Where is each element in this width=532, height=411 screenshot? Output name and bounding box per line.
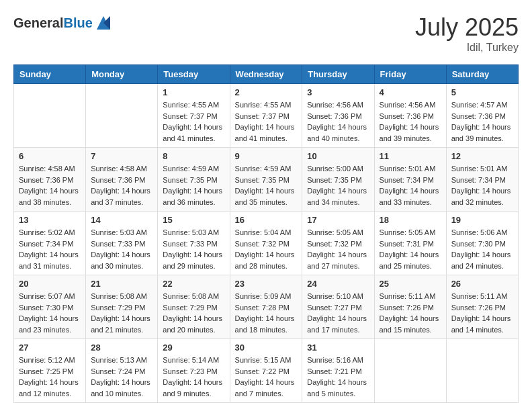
day-number: 11: [380, 151, 441, 161]
day-info: Sunrise: 4:55 AMSunset: 7:37 PMDaylight:…: [235, 99, 298, 144]
day-number: 4: [380, 87, 441, 97]
day-number: 29: [163, 342, 224, 353]
day-number: 17: [307, 215, 369, 225]
day-number: 18: [380, 215, 441, 225]
day-number: 20: [19, 279, 81, 289]
day-number: 24: [307, 279, 369, 289]
page-header: GeneralBlue July 2025 Idil, Turkey: [13, 13, 519, 54]
day-number: 30: [235, 342, 298, 353]
col-monday: Monday: [86, 65, 158, 84]
table-row: 23Sunrise: 5:09 AMSunset: 7:28 PMDayligh…: [230, 275, 302, 339]
table-row: 25Sunrise: 5:11 AMSunset: 7:26 PMDayligh…: [374, 275, 446, 339]
table-row: 26Sunrise: 5:11 AMSunset: 7:26 PMDayligh…: [446, 275, 518, 339]
col-tuesday: Tuesday: [158, 65, 230, 84]
table-row: 9Sunrise: 4:59 AMSunset: 7:35 PMDaylight…: [230, 148, 302, 212]
day-number: 15: [163, 215, 224, 225]
day-info: Sunrise: 5:13 AMSunset: 7:24 PMDaylight:…: [91, 355, 152, 399]
day-number: 1: [163, 87, 224, 97]
day-info: Sunrise: 5:16 AMSunset: 7:21 PMDaylight:…: [307, 355, 369, 399]
logo-general-text: GeneralBlue: [13, 15, 93, 31]
day-info: Sunrise: 4:58 AMSunset: 7:36 PMDaylight:…: [91, 163, 152, 208]
table-row: 19Sunrise: 5:06 AMSunset: 7:30 PMDayligh…: [446, 212, 518, 275]
table-row: 20Sunrise: 5:07 AMSunset: 7:30 PMDayligh…: [14, 275, 86, 339]
col-sunday: Sunday: [14, 65, 86, 84]
table-row: 12Sunrise: 5:01 AMSunset: 7:34 PMDayligh…: [446, 148, 518, 212]
day-number: 7: [91, 151, 152, 161]
day-number: 25: [380, 279, 441, 289]
day-info: Sunrise: 5:01 AMSunset: 7:34 PMDaylight:…: [380, 163, 441, 208]
day-info: Sunrise: 4:55 AMSunset: 7:37 PMDaylight:…: [163, 99, 224, 144]
day-number: 28: [91, 342, 152, 353]
day-info: Sunrise: 5:02 AMSunset: 7:34 PMDaylight:…: [19, 227, 81, 271]
title-block: July 2025 Idil, Turkey: [415, 13, 519, 54]
day-number: 22: [163, 279, 224, 289]
calendar-week-row: 20Sunrise: 5:07 AMSunset: 7:30 PMDayligh…: [14, 275, 519, 339]
calendar-week-row: 13Sunrise: 5:02 AMSunset: 7:34 PMDayligh…: [14, 212, 519, 275]
day-number: 26: [451, 279, 513, 289]
day-number: 23: [235, 279, 298, 289]
day-info: Sunrise: 5:10 AMSunset: 7:27 PMDaylight:…: [307, 291, 369, 335]
day-info: Sunrise: 4:56 AMSunset: 7:36 PMDaylight:…: [307, 99, 369, 144]
location-subtitle: Idil, Turkey: [415, 42, 519, 54]
logo: GeneralBlue: [13, 13, 113, 32]
table-row: 22Sunrise: 5:08 AMSunset: 7:29 PMDayligh…: [158, 275, 230, 339]
table-row: [86, 84, 158, 148]
table-row: 10Sunrise: 5:00 AMSunset: 7:35 PMDayligh…: [302, 148, 374, 212]
day-info: Sunrise: 5:05 AMSunset: 7:31 PMDaylight:…: [380, 227, 441, 271]
day-info: Sunrise: 4:58 AMSunset: 7:36 PMDaylight:…: [19, 163, 81, 208]
day-number: 12: [451, 151, 513, 161]
day-info: Sunrise: 5:03 AMSunset: 7:33 PMDaylight:…: [91, 227, 152, 271]
table-row: 21Sunrise: 5:08 AMSunset: 7:29 PMDayligh…: [86, 275, 158, 339]
table-row: 31Sunrise: 5:16 AMSunset: 7:21 PMDayligh…: [302, 339, 374, 403]
day-number: 6: [19, 151, 81, 161]
table-row: 28Sunrise: 5:13 AMSunset: 7:24 PMDayligh…: [86, 339, 158, 403]
day-info: Sunrise: 4:59 AMSunset: 7:35 PMDaylight:…: [163, 163, 224, 208]
calendar-week-row: 6Sunrise: 4:58 AMSunset: 7:36 PMDaylight…: [14, 148, 519, 212]
table-row: 11Sunrise: 5:01 AMSunset: 7:34 PMDayligh…: [374, 148, 446, 212]
day-info: Sunrise: 5:06 AMSunset: 7:30 PMDaylight:…: [451, 227, 513, 271]
table-row: 14Sunrise: 5:03 AMSunset: 7:33 PMDayligh…: [86, 212, 158, 275]
table-row: 18Sunrise: 5:05 AMSunset: 7:31 PMDayligh…: [374, 212, 446, 275]
col-thursday: Thursday: [302, 65, 374, 84]
col-saturday: Saturday: [446, 65, 518, 84]
day-number: 21: [91, 279, 152, 289]
day-info: Sunrise: 4:56 AMSunset: 7:36 PMDaylight:…: [380, 99, 441, 144]
table-row: 13Sunrise: 5:02 AMSunset: 7:34 PMDayligh…: [14, 212, 86, 275]
col-wednesday: Wednesday: [230, 65, 302, 84]
day-info: Sunrise: 4:57 AMSunset: 7:36 PMDaylight:…: [451, 99, 513, 144]
calendar-table: Sunday Monday Tuesday Wednesday Thursday…: [13, 64, 519, 403]
table-row: 5Sunrise: 4:57 AMSunset: 7:36 PMDaylight…: [446, 84, 518, 148]
calendar-header-row: Sunday Monday Tuesday Wednesday Thursday…: [14, 65, 519, 84]
table-row: 27Sunrise: 5:12 AMSunset: 7:25 PMDayligh…: [14, 339, 86, 403]
calendar-week-row: 27Sunrise: 5:12 AMSunset: 7:25 PMDayligh…: [14, 339, 519, 403]
day-info: Sunrise: 5:08 AMSunset: 7:29 PMDaylight:…: [163, 291, 224, 335]
day-info: Sunrise: 5:09 AMSunset: 7:28 PMDaylight:…: [235, 291, 298, 335]
day-number: 19: [451, 215, 513, 225]
table-row: 29Sunrise: 5:14 AMSunset: 7:23 PMDayligh…: [158, 339, 230, 403]
month-year-title: July 2025: [415, 13, 519, 42]
day-info: Sunrise: 5:12 AMSunset: 7:25 PMDaylight:…: [19, 355, 81, 399]
day-number: 13: [19, 215, 81, 225]
day-info: Sunrise: 4:59 AMSunset: 7:35 PMDaylight:…: [235, 163, 298, 208]
day-number: 2: [235, 87, 298, 97]
table-row: [374, 339, 446, 403]
table-row: 3Sunrise: 4:56 AMSunset: 7:36 PMDaylight…: [302, 84, 374, 148]
day-number: 8: [163, 151, 224, 161]
table-row: 7Sunrise: 4:58 AMSunset: 7:36 PMDaylight…: [86, 148, 158, 212]
day-info: Sunrise: 5:11 AMSunset: 7:26 PMDaylight:…: [380, 291, 441, 335]
day-info: Sunrise: 5:14 AMSunset: 7:23 PMDaylight:…: [163, 355, 224, 399]
day-number: 31: [307, 342, 369, 353]
day-info: Sunrise: 5:01 AMSunset: 7:34 PMDaylight:…: [451, 163, 513, 208]
col-friday: Friday: [374, 65, 446, 84]
logo-text-blue: Blue: [63, 15, 92, 30]
table-row: 1Sunrise: 4:55 AMSunset: 7:37 PMDaylight…: [158, 84, 230, 148]
table-row: 4Sunrise: 4:56 AMSunset: 7:36 PMDaylight…: [374, 84, 446, 148]
day-number: 16: [235, 215, 298, 225]
day-info: Sunrise: 5:04 AMSunset: 7:32 PMDaylight:…: [235, 227, 298, 271]
day-info: Sunrise: 5:03 AMSunset: 7:33 PMDaylight:…: [163, 227, 224, 271]
logo-icon: [94, 13, 113, 32]
table-row: 16Sunrise: 5:04 AMSunset: 7:32 PMDayligh…: [230, 212, 302, 275]
day-info: Sunrise: 5:05 AMSunset: 7:32 PMDaylight:…: [307, 227, 369, 271]
day-info: Sunrise: 5:15 AMSunset: 7:22 PMDaylight:…: [235, 355, 298, 399]
table-row: 30Sunrise: 5:15 AMSunset: 7:22 PMDayligh…: [230, 339, 302, 403]
